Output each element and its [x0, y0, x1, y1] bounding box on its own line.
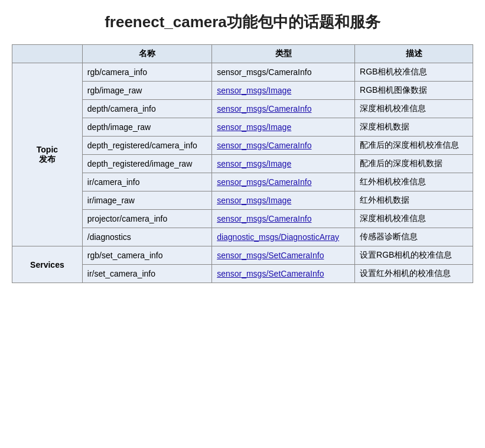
- type-link[interactable]: diagnostic_msgs/DiagnosticArray: [217, 232, 339, 242]
- topic-type[interactable]: sensor_msgs/Image: [212, 191, 355, 210]
- type-link[interactable]: sensor_msgs/CameraInfo: [217, 141, 311, 150]
- topic-desc: 红外相机校准信息: [355, 173, 473, 191]
- type-link[interactable]: sensor_msgs/Image: [217, 196, 291, 205]
- topic-desc: 配准后的深度相机数据: [355, 155, 473, 173]
- topic-type[interactable]: diagnostic_msgs/DiagnosticArray: [212, 228, 355, 246]
- topic-type[interactable]: sensor_msgs/Image: [212, 82, 355, 100]
- topic-desc: 设置红外相机的校准信息: [355, 265, 473, 283]
- topic-type[interactable]: sensor_msgs/SetCameraInfo: [212, 246, 355, 265]
- table-row: Servicesrgb/set_camera_infosensor_msgs/S…: [12, 246, 473, 265]
- topic-desc: 深度相机数据: [355, 118, 473, 137]
- topic-desc: 设置RGB相机的校准信息: [355, 246, 473, 265]
- topic-desc: 红外相机数据: [355, 191, 473, 210]
- topic-name: ir/camera_info: [82, 173, 211, 191]
- topic-desc: 配准后的深度相机校准信息: [355, 137, 473, 155]
- topic-desc: 深度相机校准信息: [355, 100, 473, 118]
- header-type: 类型: [212, 45, 355, 63]
- main-table: 名称 类型 描述 Topic发布rgb/camera_infosensor_ms…: [12, 44, 473, 283]
- topic-name: depth/image_raw: [82, 118, 211, 137]
- table-row: Topic发布rgb/camera_infosensor_msgs/Camera…: [12, 63, 473, 82]
- topic-type[interactable]: sensor_msgs/CameraInfo: [212, 100, 355, 118]
- topic-desc: RGB相机校准信息: [355, 63, 473, 82]
- topic-type: sensor_msgs/CameraInfo: [212, 63, 355, 82]
- section-label: Services: [12, 246, 83, 283]
- topic-name: rgb/camera_info: [82, 63, 211, 82]
- type-link[interactable]: sensor_msgs/Image: [217, 122, 291, 132]
- topic-desc: 深度相机校准信息: [355, 210, 473, 228]
- topic-type[interactable]: sensor_msgs/SetCameraInfo: [212, 265, 355, 283]
- header-desc: 描述: [355, 45, 473, 63]
- page-title: freenect_camera功能包中的话题和服务: [12, 12, 473, 33]
- topic-type[interactable]: sensor_msgs/CameraInfo: [212, 173, 355, 191]
- topic-name: ir/image_raw: [82, 191, 211, 210]
- type-link[interactable]: sensor_msgs/CameraInfo: [217, 177, 311, 187]
- topic-name: rgb/image_raw: [82, 82, 211, 100]
- topic-type[interactable]: sensor_msgs/Image: [212, 118, 355, 137]
- header-section: [12, 45, 83, 63]
- topic-desc: 传感器诊断信息: [355, 228, 473, 246]
- topic-name: projector/camera_info: [82, 210, 211, 228]
- type-link[interactable]: sensor_msgs/Image: [217, 159, 291, 168]
- topic-name: rgb/set_camera_info: [82, 246, 211, 265]
- section-label: Topic发布: [12, 63, 83, 246]
- type-link[interactable]: sensor_msgs/CameraInfo: [217, 104, 311, 113]
- type-link[interactable]: sensor_msgs/CameraInfo: [217, 214, 311, 223]
- topic-name: /diagnostics: [82, 228, 211, 246]
- topic-name: depth_registered/camera_info: [82, 137, 211, 155]
- topic-type[interactable]: sensor_msgs/Image: [212, 155, 355, 173]
- topic-name: ir/set_camera_info: [82, 265, 211, 283]
- type-link[interactable]: sensor_msgs/SetCameraInfo: [217, 251, 324, 260]
- header-name: 名称: [82, 45, 211, 63]
- topic-type[interactable]: sensor_msgs/CameraInfo: [212, 210, 355, 228]
- topic-type[interactable]: sensor_msgs/CameraInfo: [212, 137, 355, 155]
- type-link[interactable]: sensor_msgs/Image: [217, 86, 291, 95]
- topic-desc: RGB相机图像数据: [355, 82, 473, 100]
- topic-name: depth/camera_info: [82, 100, 211, 118]
- topic-name: depth_registered/image_raw: [82, 155, 211, 173]
- type-link[interactable]: sensor_msgs/SetCameraInfo: [217, 269, 324, 278]
